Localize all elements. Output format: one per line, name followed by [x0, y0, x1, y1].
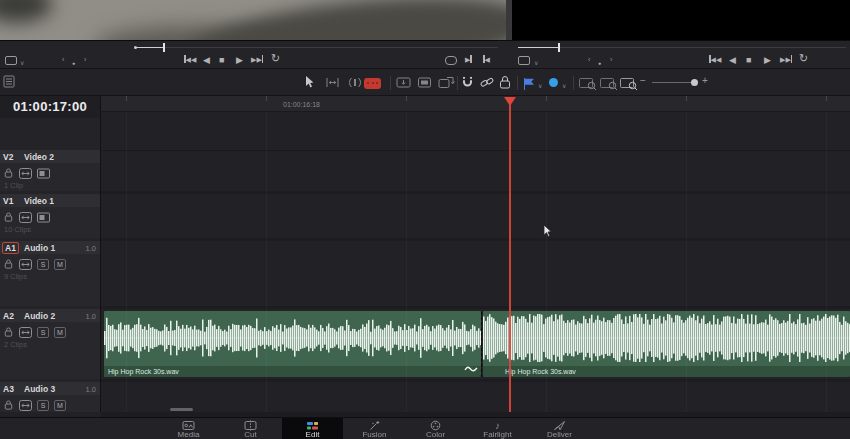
track-header-a2[interactable]: A2 Audio 2 1.0 S M 2 Clips [0, 309, 100, 379]
track-lock-icon[interactable] [3, 211, 14, 223]
blade-edit-mode-tool[interactable] [364, 78, 381, 89]
audio-fade-icon[interactable] [464, 365, 478, 373]
track-visibility-icon[interactable] [37, 212, 50, 223]
track-name: Audio 1 [24, 243, 55, 253]
mute-button[interactable]: M [54, 327, 66, 338]
auto-select-icon[interactable] [19, 259, 32, 270]
source-mode-icon[interactable] [5, 56, 17, 65]
play-to-out-button[interactable]: ▶ [465, 54, 472, 66]
next-marker-button-2[interactable]: › [610, 54, 612, 66]
track-name: Audio 2 [24, 311, 55, 321]
destination-track-badge[interactable]: A1 [2, 242, 19, 254]
horizontal-scrollbar[interactable] [170, 408, 193, 411]
skip-to-start-button[interactable]: ◀◀ [184, 54, 196, 66]
next-marker-button[interactable]: › [84, 54, 86, 66]
left-jog-track[interactable] [165, 47, 498, 48]
detail-zoom-icon[interactable] [600, 77, 618, 90]
track-badge[interactable]: A3 [3, 384, 14, 394]
ruler-tick [126, 96, 127, 101]
previous-marker-button[interactable]: ‹ [62, 54, 64, 66]
play-button[interactable]: ▶ [236, 54, 243, 66]
reverse-play-button[interactable]: ◀ [203, 54, 210, 66]
auto-select-icon[interactable] [19, 400, 32, 411]
link-clips-icon[interactable] [480, 76, 494, 89]
solo-button[interactable]: S [37, 327, 49, 338]
skip-to-end-button[interactable]: ▶▶ [251, 54, 263, 66]
track-badge[interactable]: V1 [3, 196, 13, 206]
dynamic-trim-tool[interactable] [348, 76, 362, 89]
previous-marker-button-2[interactable]: ‹ [588, 54, 590, 66]
mute-button[interactable]: M [54, 400, 66, 411]
solo-button[interactable]: S [37, 259, 49, 270]
stop-button-2[interactable]: ■ [746, 54, 751, 66]
custom-zoom-icon[interactable] [620, 77, 638, 90]
track-lock-icon[interactable] [3, 399, 14, 411]
track-lock-icon[interactable] [3, 167, 14, 179]
solo-button[interactable]: S [37, 400, 49, 411]
tab-cut[interactable]: Cut [220, 418, 281, 439]
auto-select-icon[interactable] [19, 327, 32, 338]
track-header-a3[interactable]: A3 Audio 3 1.0 S M [0, 382, 100, 412]
flag-icon[interactable] [523, 78, 535, 89]
tab-color[interactable]: Color [405, 418, 466, 439]
flag-dropdown-icon[interactable]: ∨ [538, 80, 542, 92]
replace-clip-button[interactable] [438, 76, 455, 89]
timeline-list-icon[interactable] [3, 75, 15, 88]
play-from-in-button[interactable]: ◀ [483, 54, 490, 66]
clip-count: 1 Clip [4, 181, 23, 190]
position-lock-icon[interactable] [499, 75, 511, 89]
loop-range-icon[interactable] [445, 56, 457, 65]
loop-button-2[interactable]: ↻ [799, 52, 808, 64]
audio-clip-1[interactable]: Hip Hop Rock 30s.wav [104, 311, 481, 377]
timeline-gridline [266, 112, 267, 412]
mute-button[interactable]: M [54, 259, 66, 270]
zoom-in-button[interactable]: + [702, 75, 708, 86]
track-lock-icon[interactable] [3, 258, 14, 270]
timeline-gridline [406, 112, 407, 412]
tab-deliver[interactable]: Deliver [529, 418, 590, 439]
play-button-2[interactable]: ▶ [764, 54, 771, 66]
track-header-v1[interactable]: V1 Video 1 10 Clips [0, 194, 100, 238]
overwrite-clip-button[interactable] [417, 76, 433, 89]
zoom-out-button[interactable]: − [640, 75, 646, 86]
audio-clip-2[interactable]: Hip Hop Rock 30s.wav [483, 311, 850, 377]
marker-icon[interactable] [549, 78, 558, 87]
skip-to-start-button-2[interactable]: ◀◀ [709, 54, 721, 66]
timeline-playhead[interactable] [509, 97, 511, 412]
full-extent-zoom-icon[interactable] [579, 77, 597, 90]
zoom-slider[interactable] [652, 82, 694, 83]
timeline-ruler[interactable]: 01:00:16:18 [100, 96, 850, 112]
right-jog-bar[interactable] [518, 47, 558, 48]
transport-strip: ∨ ‹ ● › ◀◀ ◀ ■ ▶ ▶▶ ↻ ▶ ◀ ∨ ‹ ● › ◀◀ ◀ ■… [0, 40, 850, 68]
track-badge[interactable]: V2 [3, 152, 13, 162]
ruler-tick [546, 96, 547, 101]
auto-select-icon[interactable] [19, 168, 32, 179]
snapping-magnet-icon[interactable] [461, 75, 474, 89]
track-badge[interactable]: A2 [3, 311, 14, 321]
ruler-tick [406, 96, 407, 101]
track-header-v2[interactable]: V2 Video 2 1 Clip [0, 150, 100, 191]
loop-button[interactable]: ↻ [271, 52, 280, 64]
video-frame-shadow [0, 0, 52, 22]
tab-edit[interactable]: Edit [282, 418, 343, 439]
viewer-aspect-icon[interactable] [518, 56, 530, 65]
tab-media[interactable]: Media [158, 418, 219, 439]
skip-to-end-button-2[interactable]: ▶▶ [780, 54, 792, 66]
trim-edit-mode-tool[interactable] [325, 76, 340, 89]
reverse-play-button-2[interactable]: ◀ [729, 54, 736, 66]
playhead-marker-icon[interactable] [504, 97, 516, 106]
zoom-slider-handle[interactable] [691, 79, 698, 86]
marker-dropdown-icon[interactable]: ∨ [562, 80, 566, 92]
selection-mode-tool[interactable] [304, 75, 315, 89]
tab-fusion[interactable]: Fusion [344, 418, 405, 439]
stop-button[interactable]: ■ [219, 54, 224, 66]
right-jog-track[interactable] [560, 47, 846, 48]
auto-select-icon[interactable] [19, 212, 32, 223]
track-visibility-icon[interactable] [37, 168, 50, 179]
track-lock-icon[interactable] [3, 326, 14, 338]
edit-cut-point[interactable] [481, 312, 482, 377]
insert-clip-button[interactable] [396, 76, 412, 89]
track-header-a1[interactable]: A1 Audio 1 1.0 S M 9 Clips [0, 241, 100, 306]
left-jog-bar[interactable] [136, 47, 163, 48]
tab-fairlight[interactable]: ♪ Fairlight [467, 418, 528, 439]
